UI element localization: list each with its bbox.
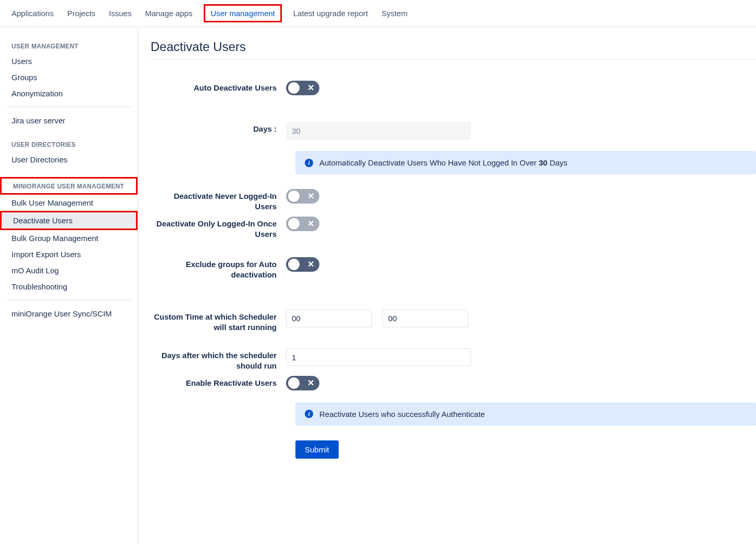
toggle-knob-icon (288, 82, 300, 94)
nav-system[interactable]: System (380, 7, 408, 20)
sidebar-divider (6, 300, 131, 300)
page-title: Deactivate Users (151, 40, 756, 60)
toggle-auto-deactivate[interactable]: ✕ (286, 81, 319, 95)
sidebar-section-user-management: USER MANAGEMENT (0, 37, 138, 53)
toggle-knob-icon (288, 218, 300, 230)
nav-issues[interactable]: Issues (108, 7, 132, 20)
submit-button[interactable]: Submit (295, 440, 339, 459)
nav-user-management[interactable]: User management (204, 4, 281, 22)
toggle-knob-icon (288, 259, 300, 270)
sidebar-item-import-export-users[interactable]: Import Export Users (0, 246, 138, 262)
label-never-logged-in: Deactivate Never Logged-In Users (151, 189, 286, 212)
scheduler-hour-input[interactable] (286, 310, 372, 327)
toggle-knob-icon (288, 377, 300, 389)
toggle-knob-icon (288, 191, 300, 202)
label-days: Days : (151, 122, 286, 134)
nav-applications[interactable]: Applications (10, 7, 55, 20)
label-exclude-groups: Exclude groups for Auto deactivation (151, 257, 286, 281)
nav-projects[interactable]: Projects (66, 7, 96, 20)
nav-manage-apps[interactable]: Manage apps (144, 7, 193, 20)
label-auto-deactivate: Auto Deactivate Users (151, 81, 286, 93)
toggle-enable-reactivate[interactable]: ✕ (286, 376, 319, 390)
sidebar-divider (6, 107, 131, 107)
info-text: Automatically Deactivate Users Who Have … (319, 158, 567, 167)
sidebar-item-bulk-group-mgmt[interactable]: Bulk Group Management (0, 230, 138, 246)
close-icon: ✕ (307, 84, 314, 92)
sidebar-item-miniorange-sync-scim[interactable]: miniOrange User Sync/SCIM (0, 306, 138, 322)
sidebar-item-anonymization[interactable]: Anonymization (0, 85, 138, 102)
sidebar-item-deactivate-users[interactable]: Deactivate Users (0, 211, 138, 230)
close-icon: ✕ (307, 378, 314, 387)
sidebar-item-jira-user-server[interactable]: Jira user server (0, 112, 138, 129)
sidebar-item-bulk-user-mgmt[interactable]: Bulk User Management (0, 195, 138, 211)
sidebar: USER MANAGEMENT Users Groups Anonymizati… (0, 27, 138, 544)
sidebar-section-user-directories: USER DIRECTORIES (0, 136, 138, 151)
main-content: Deactivate Users Auto Deactivate Users ✕… (138, 27, 756, 544)
label-logged-in-once: Deactivate Only Logged-In Once Users (151, 217, 286, 240)
info-banner-reactivate: i Reactivate Users who successfully Auth… (295, 402, 756, 426)
scheduler-days-input[interactable] (286, 348, 471, 366)
sidebar-item-users[interactable]: Users (0, 53, 138, 69)
label-scheduler-days: Days after which the scheduler should ru… (151, 348, 286, 372)
info-icon: i (305, 159, 313, 167)
sidebar-item-mo-audit-log[interactable]: mO Audit Log (0, 262, 138, 279)
days-input[interactable] (286, 122, 471, 140)
scheduler-minute-input[interactable] (382, 310, 468, 327)
info-icon: i (305, 410, 313, 418)
toggle-exclude-groups[interactable]: ✕ (286, 257, 319, 272)
sidebar-item-user-directories[interactable]: User Directories (0, 151, 138, 168)
info-banner-auto-deactivate: i Automatically Deactivate Users Who Hav… (295, 151, 756, 174)
toggle-logged-in-once[interactable]: ✕ (286, 217, 319, 231)
label-scheduler-time: Custom Time at which Scheduler will star… (151, 310, 286, 333)
sidebar-section-miniorange: MINIORANGE USER MANAGEMENT (0, 177, 138, 195)
sidebar-item-groups[interactable]: Groups (0, 69, 138, 85)
sidebar-item-troubleshooting[interactable]: Troubleshooting (0, 279, 138, 295)
close-icon: ✕ (307, 260, 314, 269)
top-nav: Applications Projects Issues Manage apps… (0, 0, 756, 27)
label-enable-reactivate: Enable Reactivate Users (151, 376, 286, 388)
info-text: Reactivate Users who successfully Authen… (319, 410, 485, 419)
close-icon: ✕ (307, 192, 314, 200)
toggle-never-logged-in[interactable]: ✕ (286, 189, 319, 204)
close-icon: ✕ (307, 219, 314, 227)
nav-latest-upgrade-report[interactable]: Latest upgrade report (292, 7, 369, 20)
